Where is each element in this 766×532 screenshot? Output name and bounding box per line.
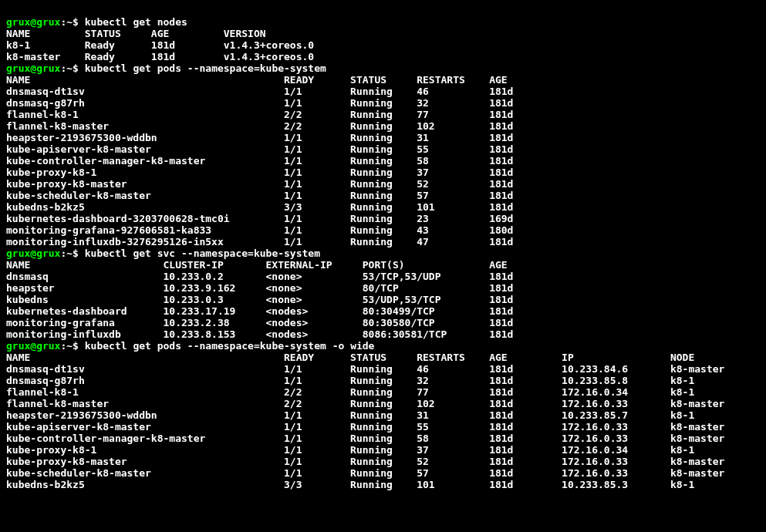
prompt-symbol: $ [73, 16, 85, 28]
prompt-user: grux [6, 16, 30, 28]
table-header: NAME STATUS AGE VERSION [6, 28, 266, 39]
command-text[interactable]: kubectl get nodes [85, 16, 187, 28]
table-header: NAME CLUSTER-IP EXTERNAL-IP PORT(S) AGE [6, 259, 508, 271]
table-row: kube-proxy-k8-1 1/1 Running 37 181d 172.… [6, 444, 694, 456]
terminal-output: grux@grux:~$ kubectl get nodes NAME STAT… [6, 16, 760, 490]
table-row: monitoring-influxdb 10.233.8.153 <nodes>… [6, 328, 513, 340]
shell-prompt: grux@grux:~$ [6, 340, 85, 352]
table-row: kube-controller-manager-k8-master 1/1 Ru… [6, 155, 513, 167]
command-text[interactable]: kubectl get pods --namespace=kube-system [85, 62, 326, 74]
table-row: monitoring-grafana 10.233.2.38 <nodes> 8… [6, 317, 513, 328]
prompt-path: :~ [60, 62, 73, 74]
shell-prompt: grux@grux:~$ [6, 247, 85, 259]
table-row: heapster-2193675300-wddbn 1/1 Running 31… [6, 132, 513, 143]
table-row: kube-proxy-k8-1 1/1 Running 37 181d [6, 167, 513, 178]
prompt-sep: @ [30, 62, 36, 74]
table-row: flannel-k8-master 2/2 Running 102 181d 1… [6, 398, 724, 409]
table-row: dnsmasq-dt1sv 1/1 Running 46 181d [6, 86, 513, 97]
table-row: heapster-2193675300-wddbn 1/1 Running 31… [6, 409, 694, 421]
prompt-host: grux [36, 16, 60, 28]
table-row: dnsmasq-g87rh 1/1 Running 32 181d [6, 97, 513, 109]
table-row: k8-1 Ready 181d v1.4.3+coreos.0 [6, 39, 314, 51]
prompt-sep: @ [30, 16, 36, 28]
prompt-symbol: $ [73, 340, 85, 352]
table-row: kubedns-b2kz5 3/3 Running 101 181d [6, 201, 513, 213]
table-header: NAME READY STATUS RESTARTS AGE [6, 74, 508, 86]
prompt-host: grux [36, 340, 60, 352]
prompt-user: grux [6, 62, 30, 74]
table-row: flannel-k8-master 2/2 Running 102 181d [6, 120, 513, 132]
table-row: kube-controller-manager-k8-master 1/1 Ru… [6, 433, 724, 444]
prompt-sep: @ [30, 340, 36, 352]
prompt-path: :~ [60, 247, 73, 259]
table-row: kube-apiserver-k8-master 1/1 Running 55 … [6, 421, 724, 433]
table-row: dnsmasq 10.233.0.2 <none> 53/TCP,53/UDP … [6, 271, 513, 282]
table-row: kubernetes-dashboard-3203700628-tmc0i 1/… [6, 213, 513, 224]
table-row: kube-scheduler-k8-master 1/1 Running 57 … [6, 467, 724, 479]
table-row: kubernetes-dashboard 10.233.17.19 <nodes… [6, 305, 513, 317]
table-row: flannel-k8-1 2/2 Running 77 181d 172.16.… [6, 386, 694, 398]
table-row: flannel-k8-1 2/2 Running 77 181d [6, 109, 513, 120]
prompt-host: grux [36, 247, 60, 259]
table-row: kube-apiserver-k8-master 1/1 Running 55 … [6, 143, 513, 155]
table-row: monitoring-grafana-927606581-ka833 1/1 R… [6, 224, 513, 236]
prompt-sep: @ [30, 247, 36, 259]
prompt-user: grux [6, 247, 30, 259]
prompt-symbol: $ [73, 62, 85, 74]
prompt-path: :~ [60, 16, 73, 28]
prompt-host: grux [36, 62, 60, 74]
shell-prompt: grux@grux:~$ [6, 16, 85, 28]
table-row: dnsmasq-g87rh 1/1 Running 32 181d 10.233… [6, 375, 694, 386]
shell-prompt: grux@grux:~$ [6, 62, 85, 74]
table-row: dnsmasq-dt1sv 1/1 Running 46 181d 10.233… [6, 363, 724, 375]
table-header: NAME READY STATUS RESTARTS AGE IP NODE [6, 352, 694, 363]
prompt-path: :~ [60, 340, 73, 352]
prompt-user: grux [6, 340, 30, 352]
table-row: kubedns 10.233.0.3 <none> 53/UDP,53/TCP … [6, 294, 513, 305]
table-row: kube-proxy-k8-master 1/1 Running 52 181d [6, 178, 513, 190]
command-text[interactable]: kubectl get pods --namespace=kube-system… [85, 340, 375, 352]
table-row: k8-master Ready 181d v1.4.3+coreos.0 [6, 51, 314, 62]
table-row: kube-proxy-k8-master 1/1 Running 52 181d… [6, 456, 724, 467]
prompt-symbol: $ [73, 247, 85, 259]
command-text[interactable]: kubectl get svc --namespace=kube-system [85, 247, 320, 259]
table-row: kube-scheduler-k8-master 1/1 Running 57 … [6, 190, 513, 201]
table-row: heapster 10.233.9.162 <none> 80/TCP 181d [6, 282, 513, 294]
table-row: monitoring-influxdb-3276295126-in5xx 1/1… [6, 236, 513, 247]
table-row: kubedns-b2kz5 3/3 Running 101 181d 10.23… [6, 479, 694, 490]
